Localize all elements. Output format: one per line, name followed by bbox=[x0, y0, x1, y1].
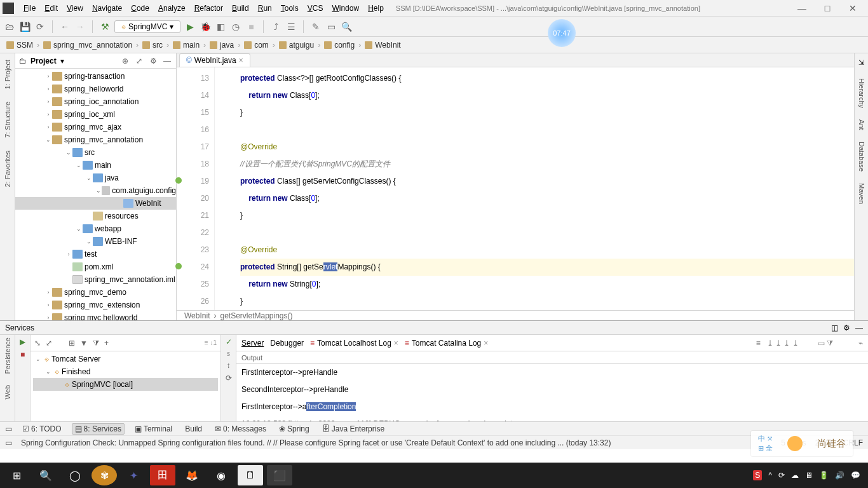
tree-item[interactable]: ›spring_helloworld bbox=[15, 83, 176, 95]
tab-server[interactable]: Server bbox=[241, 339, 264, 348]
rail-structure[interactable]: 7: Structure bbox=[4, 102, 11, 138]
tree-item[interactable]: ⌄com.atguigu.config bbox=[15, 184, 176, 197]
crumb[interactable]: SSM bbox=[5, 41, 34, 50]
rail-ant[interactable]: Ant bbox=[858, 119, 865, 130]
tab-messages[interactable]: ✉ 0: Messages bbox=[212, 424, 269, 434]
scroll-icon[interactable]: ↕ bbox=[227, 361, 231, 370]
profile-icon[interactable]: ◷ bbox=[230, 21, 241, 32]
intellij-icon[interactable]: ⬛ bbox=[267, 465, 292, 485]
save-icon[interactable]: 💾 bbox=[19, 21, 31, 32]
crumb[interactable]: atguigu bbox=[278, 41, 315, 50]
service-tree-item[interactable]: ⌄⟐ Finished bbox=[33, 365, 218, 378]
crumb[interactable]: java bbox=[208, 41, 235, 50]
tab-java-ee[interactable]: 🗄 Java Enterprise bbox=[320, 424, 387, 434]
close-tab-icon[interactable]: × bbox=[239, 56, 243, 65]
hierarchy-icon[interactable]: ⇲ bbox=[858, 58, 864, 67]
tab-todo[interactable]: ☑ 6: TODO bbox=[20, 424, 64, 434]
tab-tomcat-catalina[interactable]: ≡Tomcat Catalina Log× bbox=[405, 339, 488, 348]
editor-tab[interactable]: © WebInit.java × bbox=[179, 53, 250, 67]
tree-item[interactable]: spring_mvc_annotation.iml bbox=[15, 273, 176, 286]
add-icon[interactable]: + bbox=[104, 339, 109, 348]
notepad-icon[interactable]: 🗒 bbox=[238, 465, 263, 485]
sort-icon[interactable]: ⧩ bbox=[93, 339, 99, 348]
chevron-down-icon[interactable]: ▾ bbox=[60, 57, 64, 65]
close-button[interactable]: ✕ bbox=[840, 3, 865, 13]
tree-item[interactable]: ›spring_ioc_annotation bbox=[15, 95, 176, 108]
tab-build[interactable]: Build bbox=[182, 424, 205, 434]
tab-spring[interactable]: ❀ Spring bbox=[276, 424, 312, 434]
menu-file[interactable]: File bbox=[19, 3, 40, 14]
firefox-icon[interactable]: 🦊 bbox=[179, 465, 205, 485]
rail-favorites[interactable]: 2: Favorites bbox=[4, 151, 11, 187]
tree-item[interactable]: ›spring mvc helloworld bbox=[15, 311, 176, 320]
app-icon[interactable]: ✾ bbox=[92, 465, 117, 485]
task-view-button[interactable]: ◯ bbox=[62, 465, 88, 485]
start-button[interactable]: ⊞ bbox=[4, 465, 29, 485]
crumb[interactable]: main bbox=[172, 41, 201, 50]
port-icon[interactable]: ⌁ bbox=[858, 339, 863, 348]
tab-terminal[interactable]: ▣ Terminal bbox=[132, 424, 175, 434]
back-icon[interactable]: ← bbox=[59, 21, 71, 32]
crumb[interactable]: WebInit bbox=[363, 41, 402, 50]
structure-icon[interactable]: ☰ bbox=[285, 21, 297, 32]
tree-item[interactable]: ⌄src bbox=[15, 146, 176, 159]
check-icon[interactable]: ✓ bbox=[226, 337, 232, 346]
gear-icon[interactable]: ⚙ bbox=[843, 323, 850, 332]
tree-item[interactable]: ›spring_mvc_demo bbox=[15, 286, 176, 299]
project-tree[interactable]: ›spring-transaction›spring_helloworld›sp… bbox=[15, 69, 176, 320]
event-log-icon[interactable]: ▭ bbox=[5, 424, 12, 433]
action-icon[interactable]: ✎ bbox=[310, 21, 322, 32]
crumb[interactable]: config bbox=[323, 41, 356, 50]
coverage-icon[interactable]: ◧ bbox=[215, 21, 226, 32]
crumb[interactable]: spring_mvc_annotation bbox=[42, 41, 133, 50]
scroll-end-icon[interactable]: ⤓ ⤓ ⤓ ⤓ bbox=[767, 339, 799, 348]
tree-item[interactable]: resources bbox=[15, 210, 176, 222]
tree-item[interactable]: ⌄WEB-INF bbox=[15, 235, 176, 248]
menu-window[interactable]: Window bbox=[327, 3, 363, 14]
services-collapse-icon[interactable]: ◫ bbox=[831, 323, 838, 332]
tree-item[interactable]: ›test bbox=[15, 248, 176, 261]
group-icon[interactable]: ⊞ bbox=[69, 339, 75, 348]
screen-icon[interactable]: ▭ bbox=[325, 21, 337, 32]
crumb[interactable]: src bbox=[141, 41, 164, 50]
rail-maven[interactable]: Maven bbox=[858, 183, 865, 204]
vcs-icon[interactable]: ⤴ bbox=[270, 21, 281, 32]
menu-help[interactable]: Help bbox=[363, 3, 388, 14]
stop-icon[interactable]: ■ bbox=[20, 350, 25, 359]
tree-item[interactable]: ›spring_mvc_ajax bbox=[15, 121, 176, 133]
refresh-icon[interactable]: ⟳ bbox=[34, 21, 46, 32]
tree-item[interactable]: pom.xml bbox=[15, 261, 176, 273]
breadcrumb-item[interactable]: getServletMappings() bbox=[220, 311, 292, 320]
forward-icon[interactable]: → bbox=[74, 21, 86, 32]
gear-icon[interactable]: ⚙ bbox=[148, 57, 158, 65]
open-icon[interactable]: 🗁 bbox=[4, 21, 15, 32]
menu-run[interactable]: Run bbox=[254, 3, 276, 14]
output-body[interactable]: FirstInterceptor-->preHandleSecondInterc… bbox=[236, 364, 868, 421]
tree-item[interactable]: ⌄java bbox=[15, 172, 176, 184]
tree-item[interactable]: ⌄spring_mvc_annotation bbox=[15, 133, 176, 146]
service-tree-item[interactable]: ⌄⟐ Tomcat Server bbox=[33, 353, 218, 365]
tree-item[interactable]: WebInit bbox=[15, 197, 176, 210]
tab-tomcat-local[interactable]: ≡Tomcat Localhost Log× bbox=[310, 339, 398, 348]
rail-project[interactable]: 1: Project bbox=[4, 60, 11, 89]
print-icon[interactable]: ▭ ⧩ bbox=[818, 339, 833, 348]
app-icon[interactable]: ✦ bbox=[121, 465, 146, 485]
minimize-button[interactable]: — bbox=[789, 3, 815, 13]
filter-icon[interactable]: ▼ bbox=[80, 339, 88, 348]
tab-services[interactable]: ▤ 8: Services bbox=[72, 423, 125, 435]
tab-debugger[interactable]: Debugger bbox=[270, 339, 304, 348]
sync-icon[interactable]: ⟳ bbox=[226, 374, 232, 383]
menu-analyze[interactable]: Analyze bbox=[154, 3, 190, 14]
menu-build[interactable]: Build bbox=[227, 3, 254, 14]
locate-icon[interactable]: ⊕ bbox=[120, 57, 130, 65]
tree-item[interactable]: ›spring_ioc_xml bbox=[15, 108, 176, 121]
menu-code[interactable]: Code bbox=[126, 3, 154, 14]
build-icon[interactable]: ⚒ bbox=[99, 21, 111, 32]
hide-icon[interactable]: — bbox=[855, 323, 863, 332]
system-tray[interactable]: S ^⟳☁🖥🔋🔊💬 bbox=[753, 470, 864, 480]
debug-icon[interactable]: 🐞 bbox=[200, 21, 211, 32]
service-tree-item[interactable]: ⟐ SpringMVC [local] bbox=[33, 378, 218, 391]
rail-web[interactable]: Web bbox=[4, 385, 11, 399]
stop-icon[interactable]: ■ bbox=[245, 21, 257, 32]
tree-item[interactable]: ›spring_mvc_extension bbox=[15, 299, 176, 311]
